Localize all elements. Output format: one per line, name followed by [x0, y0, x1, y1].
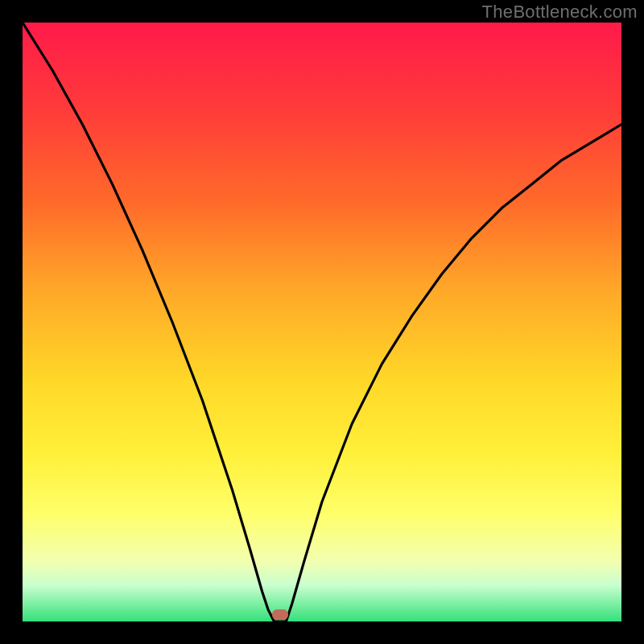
bottleneck-curve — [23, 23, 621, 621]
chart-frame: TheBottleneck.com — [0, 0, 644, 644]
plot-area — [23, 23, 621, 621]
min-marker — [272, 609, 288, 620]
watermark: TheBottleneck.com — [482, 2, 638, 23]
curve-svg — [23, 23, 621, 621]
